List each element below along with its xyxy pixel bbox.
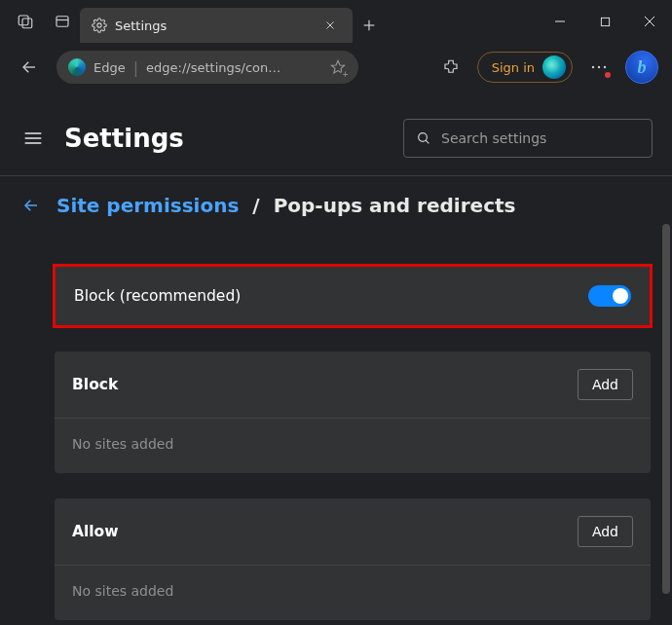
block-recommended-label: Block (recommended) [74,287,588,305]
address-bar[interactable]: Edge | edge://settings/con… + [56,51,358,84]
block-list-title: Block [72,376,578,393]
svg-rect-10 [601,18,609,25]
block-list-card: Block Add No sites added [55,351,651,473]
svg-point-15 [592,66,594,68]
allow-list-empty-text: No sites added [55,566,651,620]
block-recommended-card: Block (recommended) [55,266,651,326]
svg-rect-2 [56,17,68,27]
vertical-scrollbar[interactable] [662,224,670,613]
allow-list-card: Allow Add No sites added [55,498,651,620]
page-title: Settings [64,124,184,153]
notification-dot-icon [605,72,611,78]
settings-search-box[interactable] [403,119,653,158]
breadcrumb-parent-link[interactable]: Site permissions [56,194,239,217]
svg-rect-0 [19,16,28,25]
more-menu-button[interactable] [584,53,614,82]
block-add-button[interactable]: Add [578,369,633,400]
tab-close-button[interactable] [317,13,343,38]
tab-title: Settings [115,18,317,33]
address-separator: | [133,58,138,77]
bing-chat-button[interactable]: b [625,51,658,84]
svg-line-22 [426,140,429,143]
profile-avatar-icon [542,55,566,79]
browser-toolbar: Edge | edge://settings/con… + Sign in b [0,43,672,92]
window-minimize-button[interactable] [538,0,582,43]
search-icon [416,130,431,146]
breadcrumb: Site permissions / Pop-ups and redirects [0,176,672,227]
nav-back-button[interactable] [14,52,45,83]
breadcrumb-back-button[interactable] [19,194,43,217]
window-close-button[interactable] [627,0,672,43]
address-brand: Edge [93,60,126,75]
svg-point-16 [598,66,600,68]
svg-point-17 [604,66,606,68]
gear-icon [92,18,107,33]
settings-content: Block (recommended) Block Add No sites a… [0,227,672,625]
settings-menu-button[interactable] [19,125,47,152]
block-recommended-toggle[interactable] [588,285,631,307]
sign-in-label: Sign in [492,60,535,75]
sign-in-button[interactable]: Sign in [477,52,573,83]
settings-header: Settings [0,92,672,175]
window-controls [538,0,672,43]
settings-search-input[interactable] [441,130,640,146]
allow-list-title: Allow [72,523,578,540]
breadcrumb-current: Pop-ups and redirects [274,194,516,217]
svg-rect-1 [22,18,32,28]
plus-badge-icon: + [341,70,350,79]
favorite-button[interactable]: + [325,55,351,80]
browser-tab-settings[interactable]: Settings [80,8,353,43]
block-list-header: Block Add [55,351,651,418]
allow-add-button[interactable]: Add [578,516,633,547]
block-list-empty-text: No sites added [55,419,651,473]
svg-point-21 [419,133,428,142]
workspaces-icon[interactable] [16,12,35,31]
titlebar-left [0,0,72,43]
extensions-button[interactable] [436,53,466,82]
bing-icon: b [638,57,647,78]
tab-actions-icon[interactable] [53,12,72,31]
new-tab-button[interactable] [353,8,386,43]
allow-list-header: Allow Add [55,498,651,565]
window-maximize-button[interactable] [582,0,627,43]
scrollbar-thumb[interactable] [662,224,670,594]
breadcrumb-separator: / [252,194,259,217]
edge-logo-icon [68,58,86,76]
window-titlebar: Settings [0,0,672,43]
block-recommended-row: Block (recommended) [55,266,651,326]
address-url: edge://settings/con… [146,60,325,75]
svg-point-4 [97,23,101,27]
